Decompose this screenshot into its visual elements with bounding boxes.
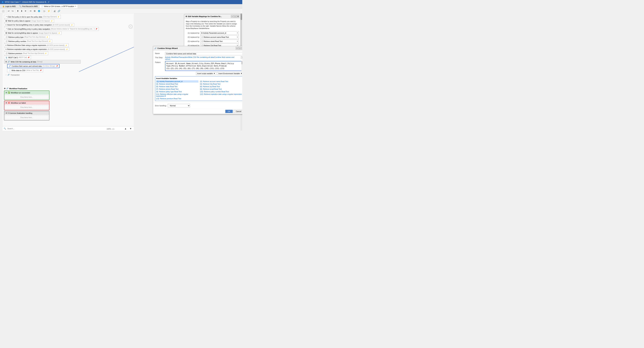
tab-find[interactable]: 🔍 Find Record in AMS (18, 4, 40, 8)
step-text-5: Wait for servicing/billing data to appea… (8, 32, 38, 34)
tab-write[interactable]: 📄 Write to CSV & trans...o SFTP location… (40, 4, 78, 8)
toolbar-up[interactable]: ⬆ (16, 9, 20, 12)
avail-var-11[interactable]: {11}: Retrieve effective date using a re… (156, 93, 198, 97)
step-icon-10: ⬜ (6, 52, 8, 54)
avail-var-3[interactable]: {3}: Retrieve street.Read Text (156, 83, 198, 85)
step-row-2: 🖼 Wait for policy data to appear (Image … (4, 19, 132, 23)
step-pin-9: ⚡ (66, 48, 68, 50)
step-click-billing[interactable]: ↗ Click on Servicing/Billing entry in po… (4, 27, 99, 31)
step-icon-11: 📡 (6, 56, 8, 58)
insert-env-var-dropdown[interactable]: Insert Environment Variable ▼ (217, 72, 242, 75)
avail-var-5[interactable]: {5}: Retrieve state.Read Text (156, 85, 198, 88)
toolbar-undo[interactable]: ↩ (7, 9, 10, 12)
dialog-combine-close[interactable]: ✕ (242, 47, 242, 49)
dialog-combine-minimize[interactable]: – (236, 47, 238, 49)
avail-var-9[interactable]: {9}: Retrieve policy type.Read Text (156, 90, 198, 93)
avail-var-1[interactable]: {1}: Activity Parameters.account_id (156, 80, 198, 82)
step-text-write: Write data to CSV (12, 69, 26, 71)
step-pin-10: ⚡ (45, 52, 47, 54)
dialog-combine-title-left: 🔗 Combine Strings Wizard (154, 47, 178, 49)
finalization-icon2: 🔗 (6, 87, 8, 89)
avail-var-2[interactable]: {2}: Retrieve account name.Read Text (200, 80, 242, 82)
step-retrieve-expiration[interactable]: A Retrieve expiration date using a regul… (4, 47, 69, 51)
avail-var-7[interactable]: {7}: Retrieve phone.Read Text (156, 88, 198, 90)
avail-var-8[interactable]: {8}: Retrieve email.Read Text (200, 88, 242, 90)
combine-name-input[interactable] (165, 52, 242, 55)
toolbar-print[interactable]: 🖨 (53, 9, 56, 12)
dialog-vm-minimize[interactable]: – (231, 15, 234, 18)
avail-var-4[interactable]: {4}: Retrieve City.Read Text (200, 83, 242, 85)
nav-down-button[interactable]: ▼ (129, 127, 132, 130)
toolbar-edit[interactable]: ✏ (29, 9, 32, 12)
step-text-9: Retrieve expiration date using a regular… (7, 48, 47, 50)
nav-up-button[interactable]: ▲ (124, 127, 128, 130)
mapping-dropdown-1[interactable]: ⚙ Activity Parameters.account_id ▼ (200, 31, 239, 35)
step-wait-billing[interactable]: 🖼 Wait for servicing/billing data to app… (4, 31, 62, 35)
toolbar-run[interactable]: ▷ (43, 9, 46, 12)
toolbar-down[interactable]: ⬇ (20, 9, 24, 12)
step-combine-strings[interactable]: 🔗 Combine field names and retrived data … (7, 64, 60, 68)
toolbar-redo[interactable]: ↪ (11, 9, 14, 12)
step-retrieve-policynumber[interactable]: ⬜ Retrieve policy number (Read Text from… (4, 39, 52, 43)
toolbar-new[interactable]: ⬜ (1, 9, 5, 12)
avail-var-10[interactable]: {10}: Retrieve policy number.Read Text (200, 90, 242, 93)
combine-pattern-box[interactable]: Account ID,Account Name,Street,City,Stat… (165, 61, 242, 71)
zoom-controls[interactable]: ◁ ▷ (112, 128, 115, 130)
insert-script-var-dropdown[interactable]: Insert script variable ▼ (196, 72, 216, 75)
avail-vars-title: Insert Available Variables (156, 77, 242, 79)
step-retrieve-premium[interactable]: ⬜ Retrieve premium (Read Text from App E… (4, 51, 48, 55)
dialog-vm-maximize[interactable]: □ (234, 15, 236, 18)
combine-help-icon[interactable]: ? (241, 56, 242, 59)
finalization-failed-drop[interactable]: Drop Items here... (5, 105, 48, 109)
tab-write-close[interactable]: ✕ (75, 5, 76, 7)
search-icon: 🔍 (4, 127, 6, 130)
avail-var-13[interactable]: {13}: Retrieve premium.Read Text (156, 97, 198, 100)
step-type-3: (AI OCR (screen-based)) (52, 24, 70, 26)
main-content: ↗ Click first policy in list to open the… (0, 13, 242, 131)
step-type-10: (Read Text from App Element) (23, 52, 44, 54)
toolbar-diamond[interactable]: 💠 (37, 9, 41, 12)
avail-var-12[interactable]: {12}: Retrieve expiration date using a r… (200, 93, 242, 97)
dialog-vm-close[interactable]: ✕ (237, 15, 239, 18)
toolbar-debug[interactable]: ⚡ (46, 9, 51, 12)
title-bar-text: SFSC Use Case 7 - Unlock AMS for Insuran… (5, 1, 49, 3)
combine-thisstep-link[interactable]: Activity Workflow/Transaction/Write CSV … (165, 56, 239, 60)
transaction-label: Transaction (10, 74, 20, 76)
tab-login[interactable]: 🔓 Login to AMS (1, 4, 18, 8)
finalization-common-drop[interactable]: Drop Items here... (5, 115, 48, 119)
finalization-success-drop[interactable]: Drop Items here... (5, 95, 48, 99)
step-write-csv[interactable]: 📄 Write data to CSV (Write to Text File)… (7, 68, 43, 72)
finalization-minus-failed: ⊖ (6, 102, 7, 104)
search-input[interactable] (7, 128, 122, 130)
step-click-policy[interactable]: ↗ Click first policy in list to open the… (4, 15, 61, 19)
step-rest-call[interactable]: 📡 REST Call 2 (REST Call) 📌 (4, 56, 31, 59)
combine-ok-btn[interactable]: OK (225, 110, 233, 113)
step-text-2: Wait for policy data to appear (8, 20, 30, 22)
canvas-area[interactable]: ↗ Click first policy in list to open the… (2, 13, 134, 131)
scrollbar-thumb[interactable] (240, 13, 242, 20)
step-icon-4: ↗ (6, 28, 7, 30)
error-handling-select[interactable]: Normal Ignore Stop (168, 104, 190, 107)
toolbar-link[interactable]: 🔗 (57, 9, 61, 12)
step-text-3: Search for Servicing/Billing entry in po… (7, 24, 52, 26)
finalization-minus-success: ⊖ (6, 92, 7, 94)
combine-footer: OK Cancel (153, 109, 242, 114)
step-retrieve-effectivedate[interactable]: A Retrieve Effective Date using a regula… (4, 43, 68, 47)
step-wait-policy[interactable]: 🖼 Wait for policy data to appear (Image … (4, 19, 54, 23)
transaction-icon2: 🔗 (8, 74, 10, 76)
step-retrieve-policytype[interactable]: ⬜ Retrieve policy type (Read Text from A… (4, 35, 50, 39)
mapping-dropdown-2[interactable]: ⬜ Retrieve account name.Read Text ▼ (200, 35, 239, 39)
step-text-6: Retrieve policy type (8, 36, 24, 38)
step-search-billing[interactable]: A Search for Servicing/Billing entry in … (4, 23, 74, 27)
dialog-combine-title: Combine Strings Wizard (158, 47, 178, 49)
zoom-value: 100% (107, 128, 111, 130)
insert-script-var-arrow: ▼ (214, 72, 215, 74)
toolbar-settings[interactable]: ⚙ (33, 9, 36, 12)
combine-cancel-btn[interactable]: Cancel (234, 110, 242, 113)
toolbar-delete[interactable]: ✕ (24, 9, 27, 12)
avail-var-6[interactable]: {6}: Retrieve zip.Read Text (200, 85, 242, 88)
mapping-dropdown-3[interactable]: ⬜ Retrieve street.Read Text ▼ (200, 39, 239, 43)
dialog-combine-maximize[interactable]: □ (238, 47, 241, 49)
mapping-dd-icon-3: ⬜ (201, 40, 203, 42)
group-header-writecsv[interactable]: ⊖ 🔗 Write CSV file containing all data (… (4, 60, 80, 63)
